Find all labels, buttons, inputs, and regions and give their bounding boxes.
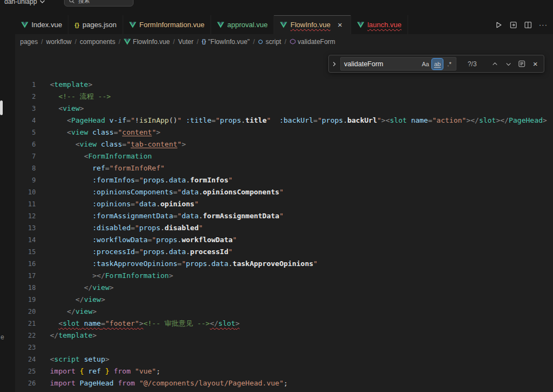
tab-approval-vue[interactable]: approval.vue [211, 15, 274, 34]
toggle-replace-button[interactable] [330, 60, 338, 68]
code-text: :processId="props.data.processId" [50, 246, 233, 258]
line-number[interactable]: 13 [15, 222, 36, 234]
run-icon [495, 21, 503, 29]
code-line: 22</template> [15, 330, 553, 342]
code-line: 16 :taskApproveOpinions="props.data.task… [15, 258, 553, 270]
code-editor[interactable]: Aa ab .* ?/3 × [15, 49, 553, 392]
line-number[interactable]: 5 [15, 127, 36, 138]
line-number[interactable]: 20 [15, 306, 36, 318]
code-text: :taskApproveOpinions="props.data.taskApp… [50, 258, 317, 270]
line-number[interactable]: 1 [15, 79, 36, 91]
code-text: <script setup> [50, 353, 110, 365]
breadcrumb-item-validateform[interactable]: validateForm [290, 38, 335, 46]
line-number[interactable]: 22 [15, 330, 36, 342]
vue-icon [357, 22, 364, 28]
line-number[interactable]: 24 [15, 353, 36, 365]
breadcrumb-label: pages [20, 38, 38, 46]
line-number[interactable]: 17 [15, 270, 36, 282]
code-text: :workflowData="props.workflowData" [50, 234, 237, 246]
tab-index-vue[interactable]: Index.vue [15, 15, 68, 34]
line-number[interactable]: 4 [15, 115, 36, 127]
code-line: 15 :processId="props.data.processId" [15, 246, 553, 258]
code-text: :opinions="data.opinions" [50, 198, 199, 210]
split-editor-button[interactable] [524, 21, 532, 29]
line-number[interactable]: 11 [15, 198, 36, 210]
close-find-button[interactable]: × [530, 58, 541, 69]
line-number[interactable]: 7 [15, 150, 36, 162]
search-icon [69, 0, 75, 4]
close-icon: × [533, 59, 538, 68]
line-number[interactable]: 21 [15, 318, 36, 330]
regex-button[interactable]: .* [444, 59, 455, 69]
code-text: :disabled="props.disabled" [50, 222, 203, 234]
code-text: ></FormInformation> [50, 270, 173, 282]
find-input-box[interactable]: Aa ab .* [340, 57, 456, 71]
code-text: :formAssignmentData="data.formAssignment… [50, 210, 284, 222]
breadcrumb-item-components[interactable]: components [80, 38, 115, 46]
code-line: 5 <view class="content"> [15, 127, 553, 138]
line-number[interactable]: 25 [15, 365, 36, 377]
line-number[interactable]: 8 [15, 162, 36, 174]
code-line: 4 <PageHead v-if="!isInApp()" :title="pr… [15, 115, 553, 127]
close-tab-icon[interactable]: × [335, 20, 345, 29]
sidebar-clipped-text: e [1, 333, 4, 341]
breadcrumb-label: "FlowInfo.vue" [208, 38, 250, 46]
tab-bar: Index.vue{}pages.jsonFormInformation.vue… [15, 15, 553, 34]
breadcrumb-item-pages[interactable]: pages [20, 38, 38, 46]
breadcrumb-separator: / [253, 38, 255, 46]
breadcrumb-item-flowinfo-vue[interactable]: {}"FlowInfo.vue" [202, 38, 250, 46]
code-line: 20 </view> [15, 306, 553, 318]
breadcrumb-item-script[interactable]: script [258, 38, 281, 46]
previous-match-button[interactable] [489, 58, 500, 69]
line-number[interactable]: 16 [15, 258, 36, 270]
tab-pages-json[interactable]: {}pages.json [68, 15, 123, 34]
find-in-selection-icon [518, 60, 525, 67]
vue-icon [124, 39, 131, 45]
match-case-button[interactable]: Aa [420, 59, 431, 69]
titlebar-search[interactable]: 搜索 [64, 0, 134, 7]
tab-forminformation-vue[interactable]: FormInformation.vue [123, 15, 211, 34]
open-changes-button[interactable] [510, 21, 517, 29]
code-line: 18 </view> [15, 282, 553, 294]
line-number[interactable]: 26 [15, 377, 36, 389]
code-text: <FormInformation [50, 150, 152, 162]
code-line: 8 ref="formInfoRef" [15, 162, 553, 174]
vscode-window: dan-uniapp 搜索 e Index.vue{}pages.jsonFor… [0, 0, 553, 392]
breadcrumb-separator: / [284, 38, 286, 46]
line-number[interactable]: 6 [15, 138, 36, 150]
line-number[interactable]: 14 [15, 234, 36, 246]
breadcrumb-item-vuter[interactable]: Vuter [178, 38, 193, 46]
workspace-menu[interactable]: dan-uniapp [4, 0, 45, 5]
breadcrumb-item-flowinfo-vue[interactable]: FlowInfo.vue [124, 38, 170, 46]
tab-launch-vue[interactable]: launch.vue [351, 15, 408, 34]
code-line: 9 :formInfos="props.data.formInfos" [15, 174, 553, 186]
code-line: 6 <view class="tab-content"> [15, 138, 553, 150]
line-number[interactable]: 9 [15, 174, 36, 186]
more-actions-button[interactable]: ··· [539, 21, 548, 29]
code-line: 24<script setup> [15, 353, 553, 365]
code-line: 21 <slot name="footer"><!-- 审批意见 --></sl… [15, 318, 553, 330]
run-button[interactable] [495, 21, 503, 29]
breadcrumb: pages/workflow/components/FlowInfo.vue/V… [15, 34, 553, 49]
tab-label: pages.json [82, 21, 117, 29]
line-number[interactable]: 18 [15, 282, 36, 294]
activity-bar[interactable]: e [0, 15, 15, 392]
line-number[interactable]: 12 [15, 210, 36, 222]
breadcrumb-item-workflow[interactable]: workflow [46, 38, 72, 46]
whole-word-button[interactable]: ab [432, 59, 443, 69]
chevron-right-icon [331, 60, 338, 68]
breadcrumb-separator: / [173, 38, 175, 46]
tab-flowinfo-vue[interactable]: FlowInfo.vue× [274, 15, 351, 34]
code-text: <PageHead v-if="!isInApp()" :title="prop… [50, 115, 547, 127]
line-number[interactable]: 10 [15, 186, 36, 198]
next-match-button[interactable] [503, 58, 514, 69]
line-number[interactable]: 3 [15, 103, 36, 115]
title-bar: dan-uniapp 搜索 [0, 0, 553, 15]
find-input[interactable] [344, 60, 419, 68]
line-number[interactable]: 19 [15, 294, 36, 306]
find-in-selection-button[interactable] [516, 58, 527, 69]
line-number[interactable]: 2 [15, 91, 36, 103]
line-number[interactable]: 15 [15, 246, 36, 258]
code-line: 2 <!-- 流程 --> [15, 91, 553, 103]
line-number[interactable]: 23 [15, 342, 36, 353]
